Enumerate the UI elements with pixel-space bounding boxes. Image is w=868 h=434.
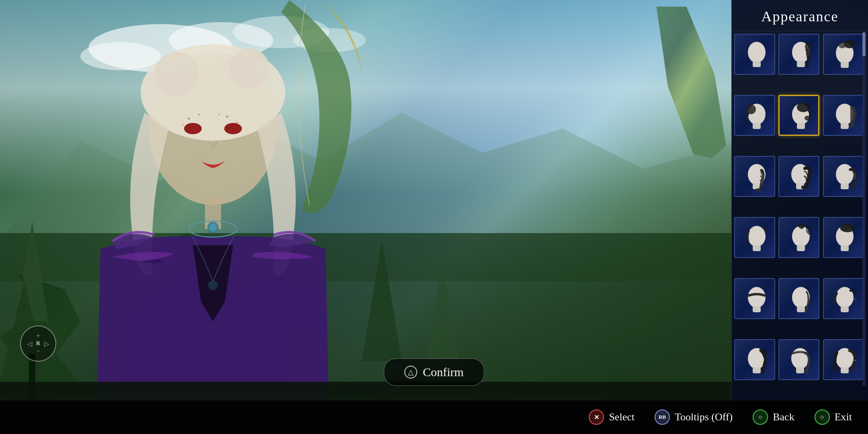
hair-style-7-svg: [781, 158, 817, 194]
compass-left-arrow: ◁: [27, 340, 32, 348]
hair-style-2-svg: [825, 36, 862, 72]
svg-rect-68: [841, 367, 849, 373]
row-down-arrow-14: ←: [850, 294, 858, 303]
svg-rect-50: [753, 245, 761, 251]
hair-option-14[interactable]: ←: [823, 278, 864, 319]
hair-style-4-svg: [781, 97, 817, 133]
circle-back-icon: ○: [753, 409, 768, 425]
rb-icon: RB: [655, 409, 670, 425]
svg-rect-54: [841, 245, 849, 251]
hair-option-16[interactable]: [778, 339, 819, 380]
hair-style-13-svg: [781, 280, 817, 317]
confirm-button[interactable]: △ Confirm: [384, 358, 484, 386]
svg-point-33: [838, 42, 846, 48]
compass-inner: + − ◁ ▷ R: [24, 330, 52, 358]
circle-exit-icon: ○: [815, 409, 830, 425]
hair-style-8-svg: [825, 158, 862, 194]
hair-option-13[interactable]: [778, 278, 819, 319]
hair-option-6[interactable]: [734, 156, 775, 197]
scroll-track[interactable]: [862, 32, 866, 386]
svg-point-49: [748, 226, 766, 247]
svg-rect-58: [753, 306, 761, 312]
hair-style-15-svg: [737, 342, 773, 378]
hair-option-17[interactable]: ←: [823, 339, 864, 380]
bottom-bar: ✕ Select RB Tooltips (Off) ○ Back ○ Exit: [0, 400, 868, 434]
svg-rect-26: [753, 61, 761, 67]
hair-style-6-svg: [737, 158, 773, 194]
compass-arrows: + − ◁ ▷ R: [36, 340, 40, 347]
svg-rect-42: [841, 123, 849, 129]
hair-option-8[interactable]: [823, 156, 864, 197]
svg-rect-62: [841, 306, 849, 312]
svg-point-29: [805, 43, 811, 51]
hair-style-16-svg: [781, 342, 817, 378]
hair-option-5[interactable]: [823, 95, 864, 136]
row-down-arrow-17: ←: [850, 355, 858, 364]
svg-point-47: [836, 164, 854, 185]
hair-option-1[interactable]: [778, 34, 819, 75]
svg-rect-31: [841, 62, 849, 68]
svg-rect-60: [797, 306, 805, 312]
hair-option-3[interactable]: [734, 95, 775, 136]
hair-option-2[interactable]: [823, 34, 864, 75]
hair-style-1-svg: [781, 36, 817, 72]
compass-up-arrow: +: [36, 332, 40, 340]
svg-point-56: [840, 225, 850, 230]
compass[interactable]: + − ◁ ▷ R: [20, 326, 56, 362]
svg-point-25: [748, 42, 766, 63]
character-armor: [113, 249, 293, 410]
svg-rect-28: [797, 61, 805, 67]
action-select[interactable]: ✕ Select: [589, 409, 635, 425]
hair-style-0-svg: [737, 36, 773, 72]
action-exit-label: Exit: [835, 411, 852, 423]
hair-style-12-svg: [737, 280, 773, 317]
hair-option-10[interactable]: [778, 217, 819, 258]
hair-style-9-svg: [737, 219, 773, 256]
action-tooltips-label: Tooltips (Off): [675, 411, 733, 423]
svg-rect-48: [841, 183, 849, 189]
hair-option-9[interactable]: [734, 217, 775, 258]
svg-rect-35: [753, 123, 761, 129]
panel-title: Appearance: [732, 0, 868, 31]
hair-style-11-svg: [825, 219, 862, 256]
hair-style-5-svg: [825, 97, 862, 133]
hair-option-4[interactable]: [778, 95, 819, 136]
action-tooltips[interactable]: RB Tooltips (Off): [655, 409, 733, 425]
svg-rect-66: [796, 367, 804, 373]
scroll-thumb[interactable]: [862, 32, 866, 56]
compass-r-label: R: [36, 340, 40, 347]
cross-icon: ✕: [589, 409, 604, 425]
hair-option-11[interactable]: [823, 217, 864, 258]
action-back-label: Back: [773, 411, 794, 423]
character-choker: [173, 233, 213, 245]
svg-rect-52: [797, 245, 805, 251]
action-back[interactable]: ○ Back: [753, 409, 794, 425]
hair-style-10-svg: [781, 219, 817, 256]
hair-option-7[interactable]: [778, 156, 819, 197]
svg-point-57: [748, 287, 766, 308]
svg-rect-38: [797, 123, 805, 129]
hair-option-15[interactable]: [734, 339, 775, 380]
right-panel: Appearance: [731, 0, 868, 434]
compass-right-arrow: ▷: [44, 340, 49, 348]
hair-grid: ←: [732, 31, 868, 401]
confirm-icon: △: [404, 366, 417, 379]
action-exit[interactable]: ○ Exit: [815, 409, 852, 425]
hair-style-3-svg: [737, 97, 773, 133]
svg-point-40: [805, 116, 810, 121]
compass-down-arrow: −: [36, 348, 40, 355]
action-select-label: Select: [609, 411, 635, 423]
hair-option-0[interactable]: [734, 34, 775, 75]
svg-rect-64: [753, 367, 761, 373]
hair-option-12[interactable]: [734, 278, 775, 319]
svg-point-36: [746, 104, 756, 114]
confirm-label: Confirm: [423, 365, 464, 379]
